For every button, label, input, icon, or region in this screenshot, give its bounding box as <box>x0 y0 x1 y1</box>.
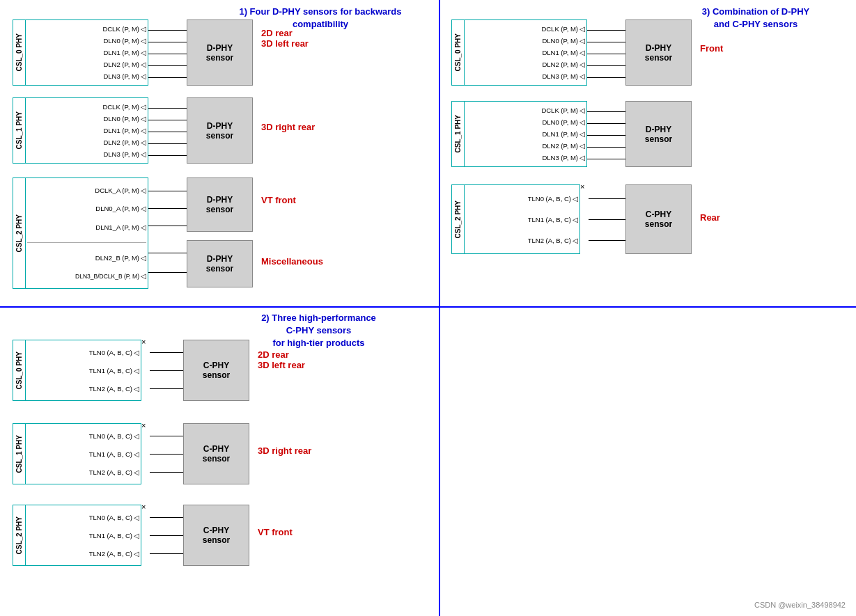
q3-csl2-connectors <box>589 188 625 251</box>
q3-sensor1: D-PHY sensor <box>625 19 692 86</box>
signal-row: TLN2 (A, B, C)◁ <box>27 383 139 394</box>
q3-title: 3) Combination of D-PHYand C-PHY sensors <box>669 6 843 31</box>
q2-csl2-label: CSL_2 PHY <box>15 516 23 554</box>
q2-csl0-xmark: × <box>141 338 146 346</box>
watermark: CSDN @weixin_38498942 <box>754 601 846 609</box>
q1-csl2-signals: DCLK_A (P, M)◁ DLN0_A (P, M)◁ DLN1_A (P,… <box>26 178 148 288</box>
q2-csl2-xmark: × <box>141 503 146 511</box>
signal-row: DLN3_B/DCLK_B (P, M)◁ <box>27 271 146 282</box>
q1-sensor2: D-PHY sensor <box>187 97 253 164</box>
q1-csl1-phy: CSL_1 PHY DCLK (P, M)◁ DLN0 (P, M)◁ DLN1… <box>13 97 148 164</box>
q3-csl1-signals: DCLK (P, M)◁ DLN0 (P, M)◁ DLN1 (P, M)◁ D… <box>465 102 586 166</box>
q2-csl2-connectors <box>150 508 183 562</box>
signal-row: DLN2_B (P, M)◁ <box>27 252 146 263</box>
q2-csl1-xmark: × <box>141 421 146 429</box>
q3-csl1-label: CSL_1 PHY <box>454 115 462 152</box>
signal-row: TLN2 (A, B, C)◁ <box>27 466 139 477</box>
signal-row: DLN2 (P, M)◁ <box>27 59 146 70</box>
q3-csl1-phy: CSL_1 PHY DCLK (P, M)◁ DLN0 (P, M)◁ DLN1… <box>451 101 587 167</box>
q2-csl0-label: CSL_0 PHY <box>15 352 23 389</box>
q2-csl1-connectors <box>150 427 183 481</box>
q2-label-2drear: 2D rear3D left rear <box>258 349 305 370</box>
signal-row: DLN3 (P, M)◁ <box>27 149 146 160</box>
q3-csl1-connectors <box>587 106 625 165</box>
q3-csl2-xmark: × <box>580 182 584 191</box>
q1-label-2drear: 2D rear3D left rear <box>261 28 309 49</box>
q1-csl1-connectors <box>148 102 187 161</box>
q1-csl2-label: CSL_2 PHY <box>15 214 23 252</box>
q3-csl2-signals: TLN0 (A, B, C)◁ TLN1 (A, B, C)◁ TLN2 (A,… <box>465 185 579 253</box>
q2-csl0-signals: TLN0 (A, B, C)◁ TLN1 (A, B, C)◁ TLN2 (A,… <box>26 340 141 400</box>
signal-row: DLN0 (P, M)◁ <box>27 113 146 125</box>
signal-row: DLN0 (P, M)◁ <box>466 35 585 47</box>
q1-csl2-bot-connectors <box>148 244 187 282</box>
signal-row: DLN1 (P, M)◁ <box>466 129 585 140</box>
q3-sensor3: C-PHY sensor <box>625 184 692 254</box>
q1-csl0-label-wrap: CSL_0 PHY <box>13 20 26 85</box>
signal-row: DCLK (P, M)◁ <box>27 24 146 35</box>
horizontal-divider <box>0 306 856 308</box>
q2-sensor3: C-PHY sensor <box>183 505 249 566</box>
signal-row: DLN3 (P, M)◁ <box>466 71 585 82</box>
q1-csl2-top-connectors <box>148 182 187 235</box>
q2-csl0-phy: CSL_0 PHY TLN0 (A, B, C)◁ TLN1 (A, B, C)… <box>13 340 141 401</box>
signal-row: TLN1 (A, B, C)◁ <box>27 448 139 459</box>
q3-csl1-label-wrap: CSL_1 PHY <box>452 102 465 166</box>
q2-sensor1: C-PHY sensor <box>183 340 249 401</box>
vertical-divider <box>439 0 440 616</box>
q2-csl2-phy: CSL_2 PHY TLN0 (A, B, C)◁ TLN1 (A, B, C)… <box>13 505 141 566</box>
q2-csl1-label: CSL_1 PHY <box>15 435 23 473</box>
q1-sensor1: D-PHY sensor <box>187 19 253 86</box>
q3-csl0-signals: DCLK (P, M)◁ DLN0 (P, M)◁ DLN1 (P, M)◁ D… <box>465 20 586 85</box>
main-container: 1) Four D-PHY sensors for backwards comp… <box>0 0 856 616</box>
signal-row: DCLK (P, M)◁ <box>466 24 585 35</box>
signal-row: TLN0 (A, B, C)◁ <box>27 430 139 441</box>
signal-row: TLN1 (A, B, C)◁ <box>27 530 139 541</box>
q2-csl1-phy: CSL_1 PHY TLN0 (A, B, C)◁ TLN1 (A, B, C)… <box>13 423 141 484</box>
q1-csl0-signals: DCLK (P, M)◁ DLN0 (P, M)◁ DLN1 (P, M)◁ D… <box>26 20 148 85</box>
signal-row: TLN2 (A, B, C)◁ <box>466 235 578 246</box>
signal-row: DLN1 (P, M)◁ <box>466 47 585 58</box>
q3-label-front: Front <box>700 43 723 54</box>
q2-csl1-signals: TLN0 (A, B, C)◁ TLN1 (A, B, C)◁ TLN2 (A,… <box>26 424 141 484</box>
q1-label-vtfront: VT front <box>261 195 296 205</box>
signal-row: DCLK (P, M)◁ <box>466 105 585 116</box>
signal-row: TLN0 (A, B, C)◁ <box>27 512 139 523</box>
q3-sensor2: D-PHY sensor <box>625 101 692 167</box>
q1-csl2-label-wrap: CSL_2 PHY <box>13 178 26 288</box>
q1-csl1-label-wrap: CSL_1 PHY <box>13 98 26 163</box>
signal-row: DCLK_A (P, M)◁ <box>27 184 146 196</box>
q1-label-misc: Miscellaneous <box>261 256 323 267</box>
q1-label-3drr: 3D right rear <box>261 122 315 132</box>
signal-row: TLN1 (A, B, C)◁ <box>466 214 578 225</box>
signal-row: DLN0 (P, M)◁ <box>27 35 146 47</box>
q3-csl0-phy: CSL_0 PHY DCLK (P, M)◁ DLN0 (P, M)◁ DLN1… <box>451 19 587 86</box>
q3-csl0-label-wrap: CSL_0 PHY <box>452 20 465 85</box>
q1-csl0-label: CSL_0 PHY <box>15 33 23 71</box>
signal-row: DCLK (P, M)◁ <box>27 102 146 113</box>
q3-csl2-phy: CSL_2 PHY TLN0 (A, B, C)◁ TLN1 (A, B, C)… <box>451 184 580 254</box>
q3-csl0-connectors <box>587 24 625 84</box>
q2-csl0-connectors <box>150 343 183 397</box>
q2-csl2-label-wrap: CSL_2 PHY <box>13 505 26 565</box>
signal-row: DLN2 (P, M)◁ <box>27 137 146 148</box>
signal-row: DLN0 (P, M)◁ <box>466 117 585 128</box>
q3-csl2-label-wrap: CSL_2 PHY <box>452 185 465 253</box>
q2-csl1-label-wrap: CSL_1 PHY <box>13 424 26 484</box>
q1-sensor3: D-PHY sensor <box>187 177 253 232</box>
signal-row: DLN1 (P, M)◁ <box>27 125 146 136</box>
q1-csl1-signals: DCLK (P, M)◁ DLN0 (P, M)◁ DLN1 (P, M)◁ D… <box>26 98 148 163</box>
signal-row: TLN2 (A, B, C)◁ <box>27 548 139 559</box>
q1-csl2-phy: CSL_2 PHY DCLK_A (P, M)◁ DLN0_A (P, M)◁ … <box>13 177 148 289</box>
signal-row: DLN2 (P, M)◁ <box>466 141 585 152</box>
q3-csl2-label: CSL_2 PHY <box>454 200 462 238</box>
q1-csl0-connectors <box>148 24 187 84</box>
signal-row: TLN0 (A, B, C)◁ <box>27 347 139 358</box>
signal-row: DLN3 (P, M)◁ <box>466 152 585 164</box>
q2-sensor2: C-PHY sensor <box>183 423 249 484</box>
signal-row: TLN1 (A, B, C)◁ <box>27 365 139 376</box>
signal-row: DLN0_A (P, M)◁ <box>27 203 146 214</box>
signal-row: DLN1 (P, M)◁ <box>27 47 146 58</box>
q2-label-3drr: 3D right rear <box>258 445 311 456</box>
signal-row: DLN3 (P, M)◁ <box>27 71 146 82</box>
